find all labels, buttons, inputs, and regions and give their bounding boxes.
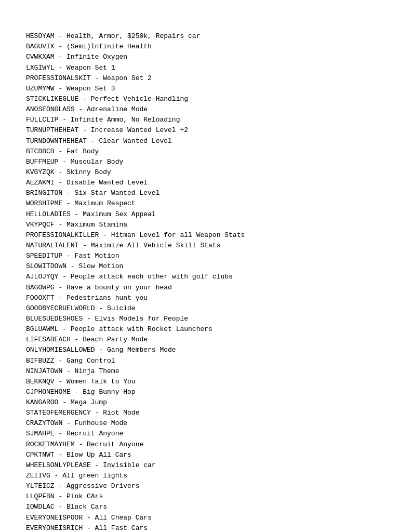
cheat-line: CVWKXAM - Infinite Oxygen xyxy=(26,52,373,62)
cheat-line: TURNUPTHEHEAT - Increase Wanted Level +2 xyxy=(26,125,373,136)
cheat-line: KANGAROO - Mega Jump xyxy=(26,397,373,408)
cheat-line: GOODBYECRUELWORLD - Suicide xyxy=(26,303,373,314)
cheat-line: NINJATOWN - Ninja Theme xyxy=(26,366,373,377)
cheat-line: EVERYONEISRICH - All Fast Cars xyxy=(26,523,373,532)
cheat-line: BEKKNQV - Women Talk to You xyxy=(26,377,373,387)
cheat-line: BIFBUZZ - Gang Control xyxy=(26,356,373,366)
cheat-line: IOWDLAC - Black Cars xyxy=(26,502,373,512)
cheat-line: BAGOWPG - Have a bounty on your head xyxy=(26,283,373,293)
cheat-line: HELLOLADIES - Maximum Sex Appeal xyxy=(26,209,373,220)
cheat-line: BLUESUEDESHOES - Elvis Models for People xyxy=(26,314,373,324)
cheat-line: ANOSEONGLASS - Adrenaline Mode xyxy=(26,104,373,115)
cheat-line: PROFESSIONALSKIT - Weapon Set 2 xyxy=(26,73,373,84)
cheat-line: TURNDOWNTHEHEAT - Clear Wanted Level xyxy=(26,136,373,147)
cheat-line: BAGUVIX - (Semi)Infinite Health xyxy=(26,42,373,52)
cheat-line: YLTEICZ - Aggressive Drivers xyxy=(26,481,373,491)
cheat-line: STATEOFEMERGENCY - Riot Mode xyxy=(26,408,373,418)
cheat-line: VKYPQCF - Maximum Stamina xyxy=(26,220,373,230)
cheat-line: FOOOXFT - Pedestrians hunt you xyxy=(26,293,373,303)
cheat-line: SJMAHPE - Recruit Anyone xyxy=(26,429,373,439)
cheat-line: AJLOJYQY - People attack each other with… xyxy=(26,272,373,282)
cheat-line: UZUMYMW - Weapon Set 3 xyxy=(26,84,373,94)
cheat-line: HESOYAM - Health, Armor, $250k, Repairs … xyxy=(26,31,373,42)
cheat-line: SLOWITDOWN - Slow Motion xyxy=(26,261,373,272)
cheat-line: KVGYZQK - Skinny Body xyxy=(26,167,373,178)
cheat-line: EVERYONEISPOOR - All Cheap Cars xyxy=(26,513,373,523)
cheat-line: LIFESABEACH - Beach Party Mode xyxy=(26,335,373,345)
cheat-line: AEZAKMI - Disable Wanted Level xyxy=(26,178,373,188)
cheat-list: HESOYAM - Health, Armor, $250k, Repairs … xyxy=(26,21,373,532)
cheat-line: BTCDBCB - Fat Body xyxy=(26,147,373,157)
cheat-line: ROCKETMAYHEM - Recruit Anyone xyxy=(26,440,373,450)
cheat-line: NATURALTALENT - Maximize All Vehicle Ski… xyxy=(26,241,373,251)
cheat-line: CPKTNWT - Blow Up All Cars xyxy=(26,450,373,460)
cheat-line: WHEELSONLYPLEASE - Invisible car xyxy=(26,460,373,471)
cheat-line: CRAZYTOWN - Funhouse Mode xyxy=(26,418,373,429)
cheat-line: FULLCLIP - Infinite Ammo, No Reloading xyxy=(26,115,373,125)
cheat-line: ONLYHOMIESALLOWED - Gang Members Mode xyxy=(26,345,373,355)
cheat-line: CJPHONEHOME - Big Bunny Hop xyxy=(26,387,373,397)
cheat-line: PROFESSIONALKILLER - Hitman Level for al… xyxy=(26,230,373,241)
cheat-line: ZEIIVG - All green lights xyxy=(26,471,373,481)
cheat-line: LLQPFBN - Pink CArs xyxy=(26,491,373,502)
cheat-line: WORSHIPME - Maximum Respect xyxy=(26,198,373,209)
cheat-line: BUFFMEUP - Muscular Body xyxy=(26,157,373,167)
cheat-line: BGLUAWML - People attack with Rocket Lau… xyxy=(26,324,373,335)
cheat-line: SPEEDITUP - Fast Motion xyxy=(26,251,373,261)
cheat-line: LXGIWYL - Weapon Set 1 xyxy=(26,63,373,73)
cheat-line: STICKLIKEGLUE - Perfect Vehicle Handling xyxy=(26,94,373,104)
cheat-line: BRINGITON - Six Star Wanted Level xyxy=(26,188,373,198)
